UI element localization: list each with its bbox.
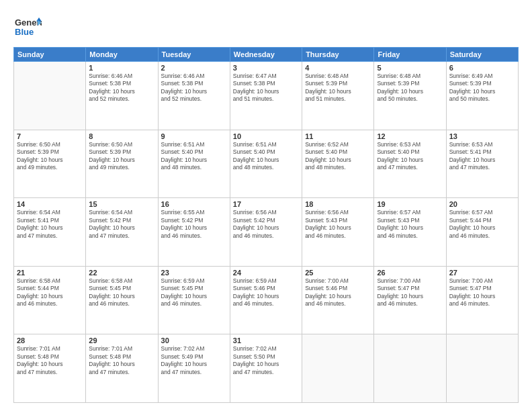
- day-info: Sunrise: 6:58 AM Sunset: 5:44 PM Dayligh…: [17, 277, 83, 308]
- day-number: 21: [17, 269, 83, 277]
- day-info: Sunrise: 6:52 AM Sunset: 5:40 PM Dayligh…: [305, 141, 371, 172]
- calendar-cell: [446, 334, 518, 403]
- day-info: Sunrise: 6:49 AM Sunset: 5:39 PM Dayligh…: [449, 73, 515, 103]
- weekday-header-tuesday: Tuesday: [158, 48, 230, 62]
- day-number: 20: [449, 200, 515, 208]
- day-info: Sunrise: 6:53 AM Sunset: 5:41 PM Dayligh…: [449, 141, 515, 172]
- day-info: Sunrise: 6:48 AM Sunset: 5:39 PM Dayligh…: [377, 73, 443, 103]
- day-info: Sunrise: 6:55 AM Sunset: 5:42 PM Dayligh…: [161, 209, 227, 240]
- calendar-cell: 31Sunrise: 7:02 AM Sunset: 5:50 PM Dayli…: [230, 334, 302, 403]
- day-info: Sunrise: 7:00 AM Sunset: 5:47 PM Dayligh…: [377, 277, 443, 308]
- calendar-cell: 26Sunrise: 7:00 AM Sunset: 5:47 PM Dayli…: [374, 266, 446, 334]
- day-number: 18: [305, 200, 371, 208]
- day-number: 22: [89, 269, 154, 277]
- day-number: 9: [161, 132, 227, 140]
- day-info: Sunrise: 6:54 AM Sunset: 5:42 PM Dayligh…: [89, 209, 154, 240]
- svg-text:Blue: Blue: [15, 27, 34, 37]
- day-info: Sunrise: 6:50 AM Sunset: 5:39 PM Dayligh…: [89, 141, 154, 172]
- day-number: 31: [233, 336, 299, 345]
- calendar-cell: 6Sunrise: 6:49 AM Sunset: 5:39 PM Daylig…: [446, 62, 518, 130]
- day-info: Sunrise: 6:58 AM Sunset: 5:45 PM Dayligh…: [89, 277, 154, 308]
- day-info: Sunrise: 6:46 AM Sunset: 5:38 PM Dayligh…: [161, 73, 227, 103]
- day-info: Sunrise: 6:56 AM Sunset: 5:43 PM Dayligh…: [305, 209, 371, 240]
- day-number: 16: [161, 200, 227, 208]
- day-number: 14: [17, 200, 83, 208]
- day-number: 28: [17, 336, 83, 345]
- day-number: 24: [233, 269, 299, 277]
- calendar-cell: 22Sunrise: 6:58 AM Sunset: 5:45 PM Dayli…: [86, 266, 158, 334]
- calendar-cell: 2Sunrise: 6:46 AM Sunset: 5:38 PM Daylig…: [158, 62, 230, 130]
- day-number: 29: [89, 336, 154, 345]
- calendar-cell: 12Sunrise: 6:53 AM Sunset: 5:40 PM Dayli…: [374, 130, 446, 198]
- calendar-cell: 3Sunrise: 6:47 AM Sunset: 5:38 PM Daylig…: [230, 62, 302, 130]
- calendar-cell: 29Sunrise: 7:01 AM Sunset: 5:48 PM Dayli…: [86, 334, 158, 403]
- logo-icon: General Blue: [13, 12, 42, 40]
- calendar-cell: 15Sunrise: 6:54 AM Sunset: 5:42 PM Dayli…: [86, 198, 158, 267]
- day-number: 2: [161, 64, 227, 72]
- day-number: 25: [305, 269, 371, 277]
- calendar-cell: [302, 334, 374, 403]
- day-number: 12: [377, 132, 443, 140]
- day-info: Sunrise: 7:02 AM Sunset: 5:50 PM Dayligh…: [233, 345, 299, 376]
- calendar-cell: 21Sunrise: 6:58 AM Sunset: 5:44 PM Dayli…: [14, 266, 86, 334]
- calendar-cell: 7Sunrise: 6:50 AM Sunset: 5:39 PM Daylig…: [14, 130, 86, 198]
- calendar-cell: 9Sunrise: 6:51 AM Sunset: 5:40 PM Daylig…: [158, 130, 230, 198]
- calendar-cell: 30Sunrise: 7:02 AM Sunset: 5:49 PM Dayli…: [158, 334, 230, 403]
- calendar-cell: 27Sunrise: 7:00 AM Sunset: 5:47 PM Dayli…: [446, 266, 518, 334]
- week-row-1: 1Sunrise: 6:46 AM Sunset: 5:38 PM Daylig…: [14, 62, 519, 130]
- calendar-cell: 1Sunrise: 6:46 AM Sunset: 5:38 PM Daylig…: [86, 62, 158, 130]
- calendar-cell: 23Sunrise: 6:59 AM Sunset: 5:45 PM Dayli…: [158, 266, 230, 334]
- day-info: Sunrise: 6:47 AM Sunset: 5:38 PM Dayligh…: [233, 73, 299, 103]
- day-info: Sunrise: 6:46 AM Sunset: 5:38 PM Dayligh…: [89, 73, 154, 103]
- day-info: Sunrise: 6:57 AM Sunset: 5:43 PM Dayligh…: [377, 209, 443, 240]
- day-info: Sunrise: 6:51 AM Sunset: 5:40 PM Dayligh…: [161, 141, 227, 172]
- calendar-cell: 25Sunrise: 7:00 AM Sunset: 5:46 PM Dayli…: [302, 266, 374, 334]
- weekday-header-friday: Friday: [374, 48, 446, 62]
- day-number: 1: [89, 64, 154, 72]
- calendar-cell: 5Sunrise: 6:48 AM Sunset: 5:39 PM Daylig…: [374, 62, 446, 130]
- day-info: Sunrise: 6:57 AM Sunset: 5:44 PM Dayligh…: [449, 209, 515, 240]
- calendar-cell: 24Sunrise: 6:59 AM Sunset: 5:46 PM Dayli…: [230, 266, 302, 334]
- calendar-cell: 10Sunrise: 6:51 AM Sunset: 5:40 PM Dayli…: [230, 130, 302, 198]
- calendar-cell: 8Sunrise: 6:50 AM Sunset: 5:39 PM Daylig…: [86, 130, 158, 198]
- day-info: Sunrise: 7:02 AM Sunset: 5:49 PM Dayligh…: [161, 345, 227, 376]
- day-number: 8: [89, 132, 154, 140]
- day-number: 11: [305, 132, 371, 140]
- day-info: Sunrise: 6:48 AM Sunset: 5:39 PM Dayligh…: [305, 73, 371, 103]
- calendar-cell: 16Sunrise: 6:55 AM Sunset: 5:42 PM Dayli…: [158, 198, 230, 267]
- calendar-cell: 4Sunrise: 6:48 AM Sunset: 5:39 PM Daylig…: [302, 62, 374, 130]
- day-info: Sunrise: 6:59 AM Sunset: 5:45 PM Dayligh…: [161, 277, 227, 308]
- day-info: Sunrise: 6:59 AM Sunset: 5:46 PM Dayligh…: [233, 277, 299, 308]
- week-row-5: 28Sunrise: 7:01 AM Sunset: 5:48 PM Dayli…: [14, 334, 519, 403]
- calendar-cell: 17Sunrise: 6:56 AM Sunset: 5:42 PM Dayli…: [230, 198, 302, 267]
- weekday-header-thursday: Thursday: [302, 48, 374, 62]
- day-info: Sunrise: 7:01 AM Sunset: 5:48 PM Dayligh…: [89, 345, 154, 376]
- weekday-header-sunday: Sunday: [14, 48, 86, 62]
- week-row-2: 7Sunrise: 6:50 AM Sunset: 5:39 PM Daylig…: [14, 130, 519, 198]
- day-number: 7: [17, 132, 83, 140]
- day-info: Sunrise: 7:00 AM Sunset: 5:46 PM Dayligh…: [305, 277, 371, 308]
- day-number: 3: [233, 64, 299, 72]
- day-info: Sunrise: 6:54 AM Sunset: 5:41 PM Dayligh…: [17, 209, 83, 240]
- day-info: Sunrise: 6:51 AM Sunset: 5:40 PM Dayligh…: [233, 141, 299, 172]
- calendar-cell: 19Sunrise: 6:57 AM Sunset: 5:43 PM Dayli…: [374, 198, 446, 267]
- calendar-cell: 13Sunrise: 6:53 AM Sunset: 5:41 PM Dayli…: [446, 130, 518, 198]
- day-info: Sunrise: 7:01 AM Sunset: 5:48 PM Dayligh…: [17, 345, 83, 376]
- day-number: 19: [377, 200, 443, 208]
- day-number: 10: [233, 132, 299, 140]
- week-row-3: 14Sunrise: 6:54 AM Sunset: 5:41 PM Dayli…: [14, 198, 519, 267]
- day-info: Sunrise: 6:53 AM Sunset: 5:40 PM Dayligh…: [377, 141, 443, 172]
- calendar-cell: 14Sunrise: 6:54 AM Sunset: 5:41 PM Dayli…: [14, 198, 86, 267]
- calendar-cell: [374, 334, 446, 403]
- calendar-table: SundayMondayTuesdayWednesdayThursdayFrid…: [13, 47, 519, 403]
- day-number: 30: [161, 336, 227, 345]
- week-row-4: 21Sunrise: 6:58 AM Sunset: 5:44 PM Dayli…: [14, 266, 519, 334]
- day-number: 5: [377, 64, 443, 72]
- day-number: 23: [161, 269, 227, 277]
- day-info: Sunrise: 6:56 AM Sunset: 5:42 PM Dayligh…: [233, 209, 299, 240]
- calendar-cell: [14, 62, 86, 130]
- header: General Blue: [13, 12, 519, 40]
- weekday-header-monday: Monday: [86, 48, 158, 62]
- day-number: 15: [89, 200, 154, 208]
- day-info: Sunrise: 6:50 AM Sunset: 5:39 PM Dayligh…: [17, 141, 83, 172]
